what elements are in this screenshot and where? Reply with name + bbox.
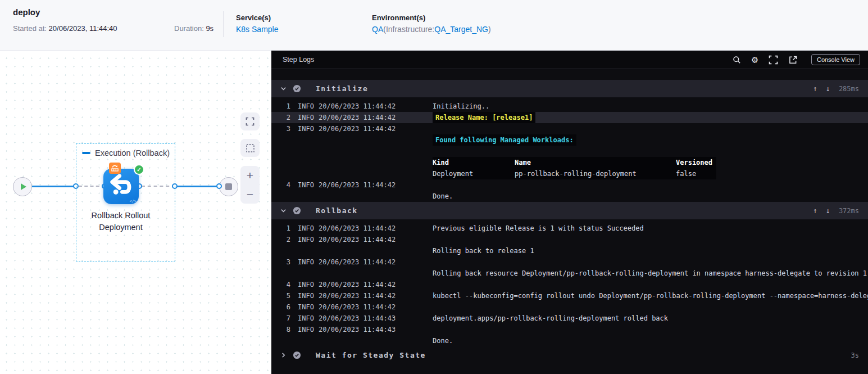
log-section-header[interactable]: Rollback↑↓372ms — [271, 202, 868, 219]
log-message: Rolling back to release 1 — [433, 245, 868, 256]
duration: Duration: 9s — [174, 24, 213, 33]
zoom-in-button[interactable]: + — [240, 169, 260, 181]
search-icon[interactable] — [733, 56, 741, 64]
scroll-to-top-button[interactable]: ↑ — [813, 84, 817, 93]
log-num: 1 — [271, 223, 290, 234]
log-time: 20/06/2023 11:44:42 — [319, 112, 396, 123]
rollback-step-node[interactable]: </> — [103, 169, 139, 204]
section-duration: 3s — [851, 352, 859, 359]
log-time: 20/06/2023 11:44:43 — [319, 313, 396, 324]
log-level: INFO — [298, 223, 314, 234]
log-time: 20/06/2023 11:44:43 — [319, 324, 396, 335]
log-row[interactable]: 1INFO20/06/2023 11:44:42Previous eligibl… — [271, 223, 868, 234]
log-row[interactable]: 8INFO20/06/2023 11:44:43 — [271, 324, 868, 335]
chevron-right-icon — [280, 352, 287, 358]
log-level: INFO — [298, 234, 314, 245]
log-level: INFO — [298, 313, 314, 324]
log-row[interactable]: 4INFO20/06/2023 11:44:42 — [271, 279, 868, 290]
log-time: 20/06/2023 11:44:42 — [319, 223, 396, 234]
console-view-button[interactable]: Console View — [811, 54, 860, 65]
log-message: kubectl --kubeconfig=config rollout undo… — [433, 290, 868, 301]
environment-link[interactable]: QA — [372, 25, 383, 34]
page-title: deploy — [13, 7, 40, 17]
stop-icon — [225, 183, 232, 190]
log-section-header[interactable]: Initialize↑↓285ms — [271, 80, 868, 97]
end-node[interactable] — [219, 177, 238, 196]
log-level: INFO — [298, 256, 314, 268]
log-row[interactable]: KindNameVersioned — [271, 157, 868, 168]
environments-block: Environment(s) QA(Infrastructure:QA_Targ… — [372, 13, 491, 34]
status-success-icon — [293, 351, 301, 359]
log-level: INFO — [298, 279, 314, 290]
log-num: 4 — [271, 179, 290, 191]
section-duration: 285ms — [839, 85, 859, 93]
section-duration: 372ms — [839, 207, 859, 215]
log-row[interactable]: 2INFO20/06/2023 11:44:42Release Name: [r… — [271, 112, 868, 123]
rollout-badge-icon — [109, 163, 121, 174]
canvas-marquee-select-button[interactable] — [240, 139, 260, 157]
execution-group-label[interactable]: Execution (Rollback) — [82, 148, 170, 157]
pipeline-graph-canvas[interactable]: Execution (Rollback) </> ✓ Rollback Roll… — [0, 51, 271, 374]
log-row[interactable] — [271, 146, 868, 157]
log-row[interactable]: 5INFO20/06/2023 11:44:42kubectl --kubeco… — [271, 290, 868, 301]
canvas-fullscreen-button[interactable] — [240, 112, 260, 130]
service-link[interactable]: K8s Sample — [236, 25, 278, 34]
log-row[interactable]: Found following Managed Workloads: — [271, 134, 868, 146]
console-title: Step Logs — [283, 56, 314, 64]
log-row[interactable]: Deploymentpp-rollback-rolling-deployment… — [271, 168, 868, 179]
log-num: 5 — [271, 290, 290, 301]
open-in-new-icon[interactable] — [789, 56, 797, 64]
log-message: Found following Managed Workloads: — [433, 134, 868, 146]
marquee-select-icon — [246, 143, 255, 153]
log-row[interactable]: 1INFO20/06/2023 11:44:42Initializing.. — [271, 101, 868, 112]
chevron-down-icon — [280, 85, 287, 92]
start-node[interactable] — [13, 177, 32, 196]
gear-icon[interactable]: ⚙ — [752, 55, 758, 65]
log-num: 2 — [271, 112, 290, 123]
log-row[interactable]: Done. — [271, 191, 868, 202]
pipeline-execution-page: deploy Started at: 20/06/2023, 11:44:40 … — [0, 0, 868, 374]
expand-icon[interactable] — [769, 55, 778, 65]
log-row[interactable]: Rolling back resource Deployment/pp-roll… — [271, 268, 868, 279]
log-time: 20/06/2023 11:44:42 — [319, 234, 396, 245]
canvas-zoom-controls: + − — [240, 166, 260, 204]
log-row[interactable]: Done. — [271, 335, 868, 346]
section-log-rows: 1INFO20/06/2023 11:44:42Initializing..2I… — [271, 97, 868, 202]
log-num: 7 — [271, 313, 290, 324]
fullscreen-icon — [246, 117, 255, 126]
log-row[interactable]: 3INFO20/06/2023 11:44:42 — [271, 256, 868, 268]
section-name: Initialize — [316, 84, 368, 93]
scroll-to-bottom-button[interactable]: ↓ — [826, 206, 830, 215]
log-row[interactable]: Rolling back to release 1 — [271, 245, 868, 256]
scroll-to-top-button[interactable]: ↑ — [813, 206, 817, 215]
log-level: INFO — [298, 101, 314, 112]
port-end — [216, 183, 222, 189]
infrastructure-link[interactable]: QA_Target_NG — [434, 25, 488, 34]
play-icon — [21, 183, 26, 190]
log-message: Rolling back resource Deployment/pp-roll… — [433, 268, 868, 279]
log-row[interactable]: 6INFO20/06/2023 11:44:42 — [271, 301, 868, 313]
started-at: Started at: 20/06/2023, 11:44:40 — [13, 24, 117, 33]
log-row[interactable]: 2INFO20/06/2023 11:44:42 — [271, 234, 868, 245]
step-name-label: Rollback Rollout Deployment — [79, 210, 163, 233]
log-message: KindNameVersioned — [433, 157, 868, 168]
log-time: 20/06/2023 11:44:42 — [319, 279, 396, 290]
log-sections: Initialize↑↓285ms1INFO20/06/2023 11:44:4… — [271, 70, 868, 374]
section-log-rows: 1INFO20/06/2023 11:44:42Previous eligibl… — [271, 219, 868, 346]
scroll-to-bottom-button[interactable]: ↓ — [826, 84, 830, 93]
log-time: 20/06/2023 11:44:42 — [319, 179, 396, 191]
log-time: 20/06/2023 11:44:42 — [319, 101, 396, 112]
success-check-icon: ✓ — [134, 164, 144, 175]
log-num: 8 — [271, 324, 290, 335]
log-num: 3 — [271, 123, 290, 134]
zoom-out-button[interactable]: − — [240, 188, 260, 200]
log-row[interactable]: 3INFO20/06/2023 11:44:42 — [271, 123, 868, 134]
log-level: INFO — [298, 324, 314, 335]
log-level: INFO — [298, 179, 314, 191]
section-name: Wait for Steady State — [316, 351, 426, 359]
log-row[interactable]: 7INFO20/06/2023 11:44:43deployment.apps/… — [271, 313, 868, 324]
log-section-header[interactable]: Wait for Steady State3s — [271, 346, 868, 364]
log-level: INFO — [298, 290, 314, 301]
log-row[interactable]: 4INFO20/06/2023 11:44:42 — [271, 179, 868, 191]
log-message: Done. — [433, 335, 868, 346]
